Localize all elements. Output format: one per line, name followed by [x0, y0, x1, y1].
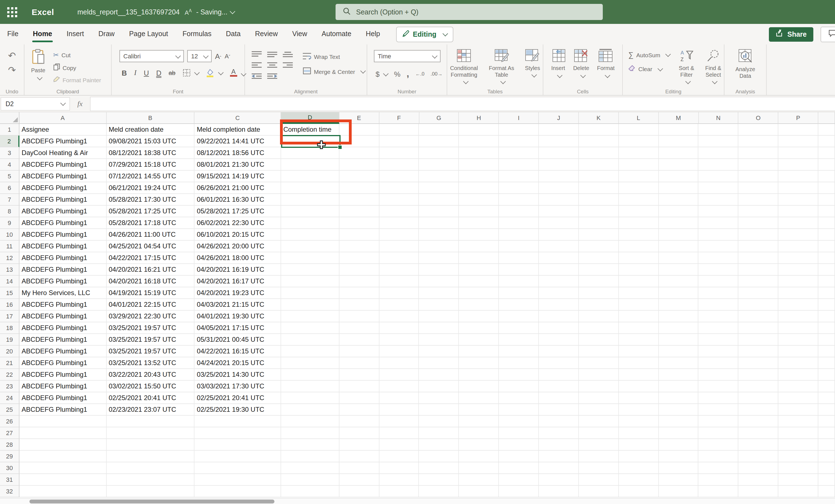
cell-M28[interactable]: [658, 439, 699, 451]
cell-K18[interactable]: [579, 322, 619, 334]
cell-D7[interactable]: [281, 194, 340, 206]
cell-O7[interactable]: [739, 194, 779, 206]
search-input[interactable]: Search (Option + Q): [335, 4, 603, 20]
cell-F29[interactable]: [379, 451, 419, 462]
cell-E18[interactable]: [339, 322, 379, 334]
cell-F1[interactable]: [379, 124, 419, 136]
cell-B14[interactable]: 04/20/2021 16:18 UTC: [106, 276, 195, 287]
cell-K24[interactable]: [579, 392, 619, 404]
cell-J24[interactable]: [539, 392, 579, 404]
cell-J16[interactable]: [539, 299, 579, 310]
cell-G2[interactable]: [419, 136, 459, 147]
cell-J23[interactable]: [539, 381, 579, 392]
cell-L18[interactable]: [619, 322, 659, 334]
row-header-24[interactable]: 24: [0, 392, 19, 404]
cell-M1[interactable]: [658, 124, 699, 136]
cell-I19[interactable]: [499, 334, 539, 346]
cell-C5[interactable]: 09/15/2021 14:19 UTC: [195, 170, 281, 182]
cell-F3[interactable]: [379, 147, 419, 159]
cell-F18[interactable]: [379, 322, 419, 334]
cell-G14[interactable]: [419, 276, 459, 287]
ribbon-tab-help[interactable]: Help: [359, 24, 387, 44]
bold-button[interactable]: B: [122, 68, 127, 77]
cell-K3[interactable]: [579, 147, 619, 159]
cell-J32[interactable]: [539, 486, 579, 497]
cell-F6[interactable]: [379, 182, 419, 194]
cell-A24[interactable]: ABCDEFG Plumbing1: [19, 392, 106, 404]
cell-H25[interactable]: [459, 404, 499, 416]
cell-M11[interactable]: [658, 241, 699, 252]
cell-partial-13[interactable]: [818, 264, 835, 276]
cell-E16[interactable]: [339, 299, 379, 310]
cell-L8[interactable]: [619, 206, 659, 217]
font-color-button[interactable]: A: [230, 69, 246, 77]
cell-J5[interactable]: [539, 170, 579, 182]
insert-cells-button[interactable]: Insert: [551, 49, 565, 78]
cell-C16[interactable]: 04/03/2021 21:15 UTC: [195, 299, 281, 310]
cell-N27[interactable]: [699, 427, 739, 439]
cell-P27[interactable]: [778, 427, 818, 439]
cell-O31[interactable]: [739, 474, 779, 486]
cell-N3[interactable]: [699, 147, 739, 159]
cell-K17[interactable]: [579, 310, 619, 322]
cell-B8[interactable]: 05/28/2021 17:25 UTC: [106, 206, 195, 217]
row-header-14[interactable]: 14: [0, 276, 19, 287]
cell-F21[interactable]: [379, 357, 419, 369]
cell-O29[interactable]: [739, 451, 779, 462]
number-format-select[interactable]: Time: [374, 50, 441, 62]
cell-A5[interactable]: ABCDEFG Plumbing1: [19, 170, 106, 182]
cell-F15[interactable]: [379, 287, 419, 299]
cell-H9[interactable]: [459, 217, 499, 229]
clear-button[interactable]: Clear: [628, 65, 670, 73]
cell-L10[interactable]: [619, 229, 659, 241]
cell-L20[interactable]: [619, 346, 659, 357]
cell-F9[interactable]: [379, 217, 419, 229]
grow-font-button[interactable]: Aˆ: [215, 52, 221, 60]
cell-G10[interactable]: [419, 229, 459, 241]
cell-J21[interactable]: [539, 357, 579, 369]
cell-O4[interactable]: [739, 159, 779, 170]
row-header-22[interactable]: 22: [0, 369, 19, 381]
cell-I21[interactable]: [499, 357, 539, 369]
cell-A15[interactable]: My Hero Services, LLC: [19, 287, 106, 299]
cell-partial-29[interactable]: [818, 451, 835, 462]
select-all-corner[interactable]: [0, 112, 19, 124]
row-header-5[interactable]: 5: [0, 170, 19, 182]
row-header-3[interactable]: 3: [0, 147, 19, 159]
cell-P29[interactable]: [778, 451, 818, 462]
cell-A28[interactable]: [19, 439, 106, 451]
cell-H13[interactable]: [459, 264, 499, 276]
cell-L26[interactable]: [619, 416, 659, 427]
format-painter-button[interactable]: Format Painter: [53, 76, 101, 84]
cell-H10[interactable]: [459, 229, 499, 241]
cell-C1[interactable]: Meld completion date: [195, 124, 281, 136]
cell-O19[interactable]: [739, 334, 779, 346]
cell-E11[interactable]: [339, 241, 379, 252]
cell-L4[interactable]: [619, 159, 659, 170]
cell-P6[interactable]: [778, 182, 818, 194]
cell-F24[interactable]: [379, 392, 419, 404]
cell-B24[interactable]: 02/25/2021 20:41 UTC: [106, 392, 195, 404]
cell-B19[interactable]: 03/25/2021 19:57 UTC: [106, 334, 195, 346]
cell-C2[interactable]: 09/22/2021 14:41 UTC: [195, 136, 281, 147]
cell-G32[interactable]: [419, 486, 459, 497]
cell-I11[interactable]: [499, 241, 539, 252]
cell-partial-27[interactable]: [818, 427, 835, 439]
cell-F7[interactable]: [379, 194, 419, 206]
cell-J14[interactable]: [539, 276, 579, 287]
cell-N23[interactable]: [699, 381, 739, 392]
cell-G26[interactable]: [419, 416, 459, 427]
cell-O9[interactable]: [739, 217, 779, 229]
cell-A13[interactable]: ABCDEFG Plumbing1: [19, 264, 106, 276]
cell-G9[interactable]: [419, 217, 459, 229]
cell-E6[interactable]: [339, 182, 379, 194]
cell-A7[interactable]: ABCDEFG Plumbing1: [19, 194, 106, 206]
cell-P10[interactable]: [778, 229, 818, 241]
cell-K31[interactable]: [579, 474, 619, 486]
cell-H27[interactable]: [459, 427, 499, 439]
cell-P20[interactable]: [778, 346, 818, 357]
cell-N15[interactable]: [699, 287, 739, 299]
cell-L32[interactable]: [619, 486, 659, 497]
cell-B22[interactable]: 03/22/2021 20:43 UTC: [106, 369, 195, 381]
cell-M16[interactable]: [658, 299, 699, 310]
